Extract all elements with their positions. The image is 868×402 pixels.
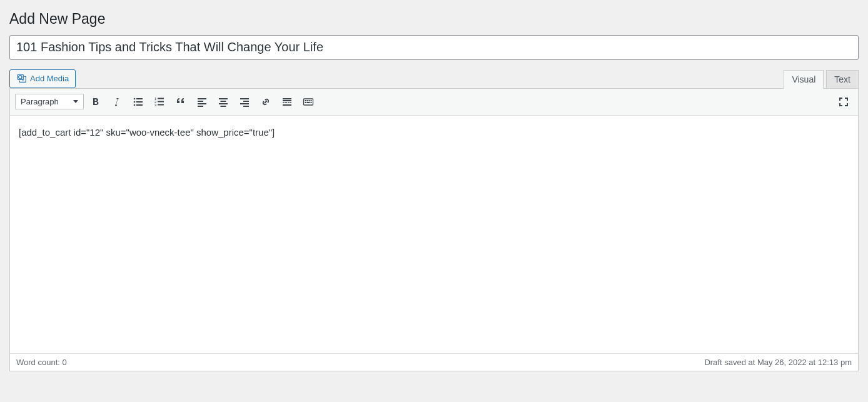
svg-rect-11 [158,101,164,102]
svg-rect-37 [311,100,312,101]
svg-rect-29 [285,102,287,103]
align-left-button[interactable] [193,93,211,111]
toolbar-toggle-button[interactable] [299,93,318,111]
svg-rect-35 [307,100,308,101]
svg-rect-38 [305,102,306,103]
camera-music-icon [16,73,28,84]
numbered-list-icon: 123 [153,96,166,108]
svg-rect-25 [243,106,249,107]
svg-rect-18 [219,98,228,99]
chevron-down-icon [73,100,78,103]
keyboard-icon [302,96,315,108]
format-selected-label: Paragraph [21,97,59,106]
bold-icon [89,96,102,108]
svg-rect-16 [198,103,206,104]
align-center-button[interactable] [214,93,233,111]
bullet-list-icon [132,96,144,108]
svg-rect-26 [283,98,291,99]
svg-rect-9 [158,98,164,99]
fullscreen-button[interactable] [834,93,853,111]
svg-rect-27 [283,100,291,101]
svg-rect-39 [307,102,310,103]
svg-rect-32 [283,104,291,106]
svg-rect-22 [240,98,249,99]
draft-saved-label: Draft saved at May 26, 2022 at 12:13 pm [704,358,852,367]
tab-visual[interactable]: Visual [784,70,824,89]
svg-rect-28 [283,102,285,103]
blockquote-button[interactable] [171,93,190,111]
editor-status-bar: Word count: 0 Draft saved at May 26, 202… [9,353,859,371]
svg-point-2 [134,98,136,100]
svg-rect-5 [136,101,143,103]
svg-rect-7 [136,104,143,106]
align-center-icon [217,96,230,108]
svg-rect-21 [221,106,226,107]
read-more-icon [281,96,293,108]
svg-rect-30 [288,102,290,103]
page-title-input[interactable] [9,35,859,60]
format-dropdown[interactable]: Paragraph [15,94,84,109]
svg-text:3: 3 [154,103,157,107]
editor-text: [add_to_cart id="12" sku="woo-vneck-tee"… [19,127,275,138]
add-media-label: Add Media [30,74,69,83]
tab-text[interactable]: Text [826,70,859,89]
svg-rect-14 [198,98,206,99]
italic-button[interactable] [108,93,126,111]
link-icon [260,96,272,108]
read-more-button[interactable] [278,93,296,111]
align-right-icon [238,96,251,108]
link-button[interactable] [256,93,275,111]
bullet-list-button[interactable] [129,93,148,111]
svg-point-6 [134,104,136,106]
italic-icon [111,96,123,108]
svg-rect-19 [221,101,226,102]
fullscreen-icon [837,96,850,108]
align-left-icon [196,96,208,108]
numbered-list-button[interactable]: 123 [150,93,169,111]
page-title: Add New Page [9,6,859,35]
svg-rect-23 [243,101,249,102]
svg-rect-24 [240,103,249,104]
editor-toolbar: Paragraph 123 [10,89,858,116]
word-count-label: Word count: 0 [16,358,67,367]
svg-rect-31 [290,102,291,103]
svg-rect-15 [198,101,203,102]
editor-content-area[interactable]: [add_to_cart id="12" sku="woo-vneck-tee"… [10,116,858,353]
svg-rect-34 [305,100,306,101]
svg-rect-36 [309,100,310,101]
quote-icon [174,96,187,108]
svg-rect-40 [311,102,312,103]
editor-panel: Paragraph 123 [9,88,859,354]
add-media-button[interactable]: Add Media [9,69,76,88]
svg-rect-17 [198,106,203,107]
svg-rect-13 [158,104,164,105]
svg-point-4 [134,101,136,103]
align-right-button[interactable] [235,93,254,111]
svg-rect-20 [219,103,228,104]
bold-button[interactable] [86,93,105,111]
svg-rect-3 [136,98,143,99]
